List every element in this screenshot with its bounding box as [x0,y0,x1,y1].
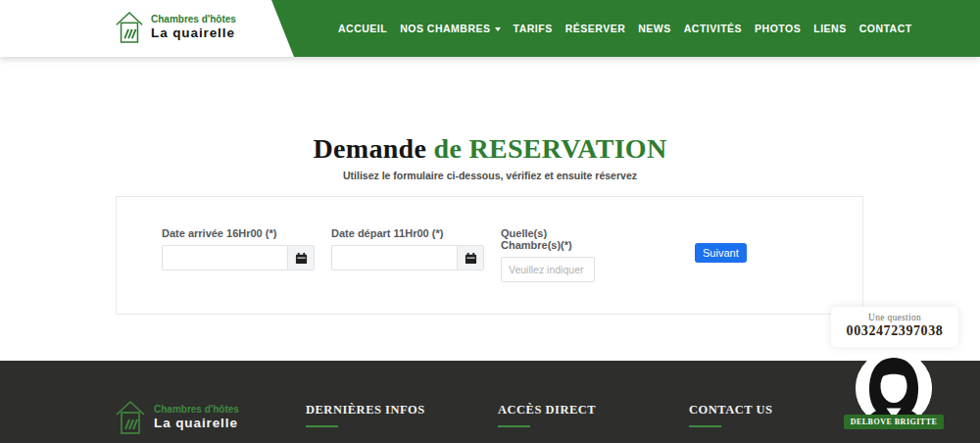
main-nav: ACCUEIL NOS CHAMBRES TARIFS RÉSERVER NEW… [338,0,912,57]
footer-column-contact-us: CONTACT US [689,403,772,427]
footer-column-title: ACCÈS DIRECT [498,403,596,418]
date-input-group [331,245,484,271]
nav-item-activites[interactable]: ACTIVITÉS [684,23,742,34]
brand-name: La quairelle [151,25,236,41]
nav-item-tarifs[interactable]: TARIFS [514,23,553,34]
nav-item-news[interactable]: NEWS [638,23,671,34]
nav-link-label: PHOTOS [755,23,801,34]
field-chambres: Quelle(s) Chambre(s)(*) [501,227,595,282]
footer-brand-logo[interactable]: Chambres d'hôtes La quairelle [115,398,239,437]
page: Chambres d'hôtes La quairelle ACCUEIL NO… [0,0,980,443]
nav-link-label: ACCUEIL [338,23,387,34]
footer-brand-tagline: Chambres d'hôtes [154,404,239,416]
footer-column-underline [498,425,530,427]
page-title-green: de RESERVATION [434,133,667,164]
footer-column-underline [689,425,721,427]
house-icon [115,9,144,46]
field-label: Quelle(s) Chambre(s)(*) [501,227,595,251]
date-input-group [162,245,315,271]
nav-link-label: NOS CHAMBRES [400,23,490,34]
person-name-badge: DELBOVE BRIGITTE [844,415,944,429]
footer-column-underline [306,425,338,427]
footer: Chambres d'hôtes La quairelle DERNIÈRES … [0,361,980,443]
nav-link-label: ACTIVITÉS [684,23,742,34]
footer-brand-name: La quairelle [154,416,239,431]
chevron-down-icon [495,27,501,31]
nav-link-label: RÉSERVER [565,23,626,34]
nav-link-label: LIENS [813,23,846,34]
calendar-icon[interactable] [287,245,315,271]
nav-link-label: NEWS [638,23,671,34]
footer-column-dernieres-infos: DERNIÈRES INFOS [306,403,425,427]
field-label: Date départ 11Hr00 (*) [331,227,484,239]
nav-item-contact[interactable]: CONTACT [859,23,912,34]
brand-logo[interactable]: Chambres d'hôtes La quairelle [115,9,236,46]
nav-item-liens[interactable]: LIENS [813,23,846,34]
footer-column-title: CONTACT US [689,403,772,418]
page-subtitle: Utilisez le formulaire ci-dessous, vérif… [0,170,980,181]
nav-item-nos-chambres[interactable]: NOS CHAMBRES [400,23,500,34]
site-header: Chambres d'hôtes La quairelle ACCUEIL NO… [0,0,980,57]
page-title-dark: Demande [314,133,427,164]
reservation-form-card: Date arrivée 16Hr00 (*) Date départ 11Hr… [116,196,863,315]
field-date-depart: Date départ 11Hr00 (*) [331,227,484,271]
nav-item-accueil[interactable]: ACCUEIL [338,23,387,34]
nav-link-label: TARIFS [514,23,553,34]
question-widget[interactable]: Une question 0032472397038 [831,307,958,347]
date-depart-input[interactable] [331,245,457,271]
page-title: Demande de RESERVATION [0,133,980,165]
brand-tagline: Chambres d'hôtes [151,14,236,25]
footer-column-acces-direct: ACCÈS DIRECT [498,403,596,427]
footer-brand-text: Chambres d'hôtes La quairelle [154,404,239,430]
field-label: Date arrivée 16Hr00 (*) [162,227,315,239]
footer-column-title: DERNIÈRES INFOS [306,403,425,418]
brand-text: Chambres d'hôtes La quairelle [151,14,236,40]
calendar-icon[interactable] [457,245,484,271]
phone-number: 0032472397038 [831,323,958,339]
suivant-button[interactable]: Suivant [695,243,747,263]
date-arrivee-input[interactable] [162,245,287,271]
question-heading: Une question [831,307,958,322]
nav-link-label: CONTACT [859,23,912,34]
nav-item-photos[interactable]: PHOTOS [755,23,801,34]
house-icon [115,398,146,437]
nav-item-reserver[interactable]: RÉSERVER [565,23,626,34]
field-date-arrivee: Date arrivée 16Hr00 (*) [162,227,315,271]
chambres-input[interactable] [501,257,595,282]
